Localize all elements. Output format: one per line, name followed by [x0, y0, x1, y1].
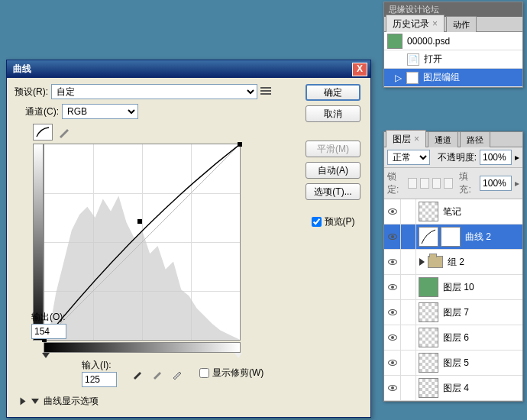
- eye-icon: [388, 234, 397, 240]
- history-item[interactable]: ▷ ▦ 图层编组: [384, 69, 522, 87]
- link-col[interactable]: [401, 225, 416, 249]
- close-icon[interactable]: ×: [414, 134, 419, 144]
- tab-history[interactable]: 历史记录×: [386, 15, 445, 32]
- layer-row[interactable]: 图层 5: [384, 351, 522, 376]
- eye-icon: [388, 309, 397, 315]
- link-col[interactable]: [401, 199, 416, 224]
- lock-transparency-icon[interactable]: [408, 178, 417, 189]
- history-tabs: 历史记录× 动作: [384, 17, 522, 32]
- link-col[interactable]: [401, 325, 416, 350]
- opacity-label: 不透明度:: [438, 151, 477, 164]
- input-input[interactable]: [82, 372, 117, 387]
- tab-layers[interactable]: 图层×: [386, 130, 426, 147]
- layer-thumb: [419, 277, 438, 297]
- chevron-down-icon[interactable]: ▸: [515, 152, 519, 163]
- fill-label: 填充:: [459, 170, 477, 196]
- layer-name: 图层 7: [443, 306, 469, 319]
- layer-name: 笔记: [443, 205, 461, 218]
- visibility-toggle[interactable]: [384, 199, 401, 224]
- expand-icon[interactable]: [419, 258, 425, 266]
- close-button[interactable]: X: [352, 63, 367, 76]
- fill-input[interactable]: [480, 176, 512, 191]
- output-input[interactable]: [31, 324, 66, 339]
- preset-select[interactable]: 自定: [51, 84, 257, 99]
- eye-icon: [388, 385, 397, 391]
- history-item-label: 打开: [424, 53, 442, 66]
- white-point-slider[interactable]: [234, 353, 242, 358]
- link-col[interactable]: [401, 351, 416, 375]
- preview-input[interactable]: [312, 217, 322, 227]
- visibility-toggle[interactable]: [384, 325, 401, 350]
- layer-name: 组 2: [448, 256, 464, 269]
- layers-panel: 图层× 通道 路径 正常 不透明度: ▸ 锁定: 填充: ▸ 笔记曲线 2组 2…: [383, 131, 523, 402]
- options-button[interactable]: 选项(T)...: [306, 183, 360, 200]
- lock-pixels-icon[interactable]: [420, 178, 429, 189]
- close-icon[interactable]: ×: [432, 18, 438, 29]
- preset-label: 预设(R):: [15, 86, 48, 99]
- opacity-input[interactable]: [480, 150, 512, 165]
- group-icon: ▦: [406, 72, 419, 84]
- tab-channels[interactable]: 通道: [428, 131, 458, 147]
- layer-row[interactable]: 图层 6: [384, 325, 522, 351]
- tab-actions[interactable]: 动作: [446, 16, 477, 32]
- lock-position-icon[interactable]: [432, 178, 441, 189]
- link-col[interactable]: [401, 300, 416, 325]
- chevron-down-icon[interactable]: ▸: [515, 178, 519, 189]
- history-file-row[interactable]: 00000.psd: [384, 32, 522, 50]
- channel-select[interactable]: RGB: [62, 104, 138, 119]
- ok-button[interactable]: 确定: [306, 84, 360, 101]
- show-clipping-checkbox[interactable]: 显示修剪(W): [199, 367, 264, 380]
- black-point-slider[interactable]: [42, 353, 50, 358]
- curve-point[interactable]: [137, 219, 142, 224]
- link-col[interactable]: [401, 275, 416, 299]
- expand-icon[interactable]: [21, 398, 26, 405]
- blend-mode-select[interactable]: 正常: [387, 150, 430, 165]
- white-eyedropper-icon[interactable]: [172, 367, 184, 380]
- link-col[interactable]: [401, 250, 416, 274]
- preset-menu-icon[interactable]: [260, 86, 273, 98]
- visibility-toggle[interactable]: [384, 351, 401, 375]
- curves-graph[interactable]: [44, 144, 241, 341]
- history-current-icon: ▷: [395, 73, 402, 83]
- eye-icon: [388, 284, 397, 290]
- layer-row[interactable]: 图层 7: [384, 300, 522, 325]
- channel-label: 通道(C):: [25, 105, 59, 118]
- visibility-toggle[interactable]: [384, 300, 401, 325]
- visibility-toggle[interactable]: [384, 225, 401, 249]
- history-item[interactable]: 📄 打开: [384, 50, 522, 69]
- black-eyedropper-icon[interactable]: [132, 367, 144, 380]
- layer-row[interactable]: 图层 4: [384, 376, 522, 401]
- visibility-toggle[interactable]: [384, 376, 401, 400]
- layer-name: 曲线 2: [465, 231, 491, 244]
- visibility-toggle[interactable]: [384, 275, 401, 299]
- titlebar[interactable]: 曲线 X: [7, 60, 370, 78]
- curve-tool-icon[interactable]: [33, 124, 53, 141]
- tab-paths[interactable]: 路径: [460, 131, 490, 147]
- preview-checkbox[interactable]: 预览(P): [312, 215, 355, 228]
- open-icon: 📄: [407, 53, 419, 66]
- layer-row[interactable]: 笔记: [384, 199, 522, 225]
- layer-row[interactable]: 图层 10: [384, 275, 522, 300]
- layer-mask[interactable]: [441, 227, 461, 247]
- folder-icon: [428, 256, 443, 268]
- layer-thumb: [419, 378, 438, 398]
- cancel-button[interactable]: 取消: [306, 105, 360, 122]
- layer-row[interactable]: 组 2: [384, 250, 522, 275]
- input-gradient: [44, 342, 241, 353]
- expand-icon[interactable]: [31, 399, 39, 404]
- visibility-toggle[interactable]: [384, 250, 401, 274]
- curve-point[interactable]: [238, 142, 242, 147]
- dialog-title: 曲线: [10, 63, 352, 76]
- expand-label[interactable]: 曲线显示选项: [44, 395, 99, 408]
- lock-all-icon[interactable]: [444, 178, 453, 189]
- layers-tabs: 图层× 通道 路径: [384, 132, 522, 147]
- history-item-label: 图层编组: [423, 71, 460, 84]
- pencil-tool-icon[interactable]: [54, 124, 74, 141]
- layer-name: 图层 6: [443, 331, 469, 344]
- svg-line-0: [44, 144, 240, 340]
- auto-button[interactable]: 自动(A): [306, 162, 360, 179]
- layer-row[interactable]: 曲线 2: [384, 225, 522, 250]
- link-col[interactable]: [401, 376, 416, 400]
- gray-eyedropper-icon[interactable]: [152, 367, 164, 380]
- show-clipping-input[interactable]: [199, 368, 209, 378]
